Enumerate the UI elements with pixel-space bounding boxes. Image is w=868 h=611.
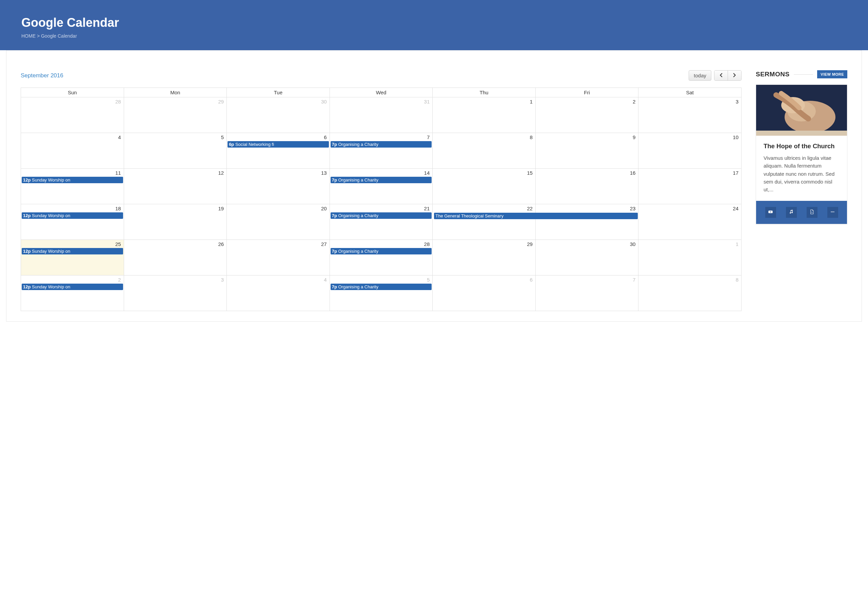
page-header: Google Calendar HOME > Google Calendar xyxy=(0,0,868,50)
calendar-day-cell[interactable]: 3 xyxy=(124,275,227,311)
calendar-day-cell[interactable]: 3 xyxy=(639,97,741,133)
event-title: Sunday Worship on xyxy=(32,177,70,182)
sermon-actions xyxy=(756,201,847,224)
event-title: Sunday Worship on xyxy=(32,284,70,289)
breadcrumb-home[interactable]: HOME xyxy=(22,33,36,39)
calendar-day-cell[interactable]: 1812p Sunday Worship on xyxy=(21,204,124,240)
event-title: The General Theological Seminary xyxy=(436,213,504,218)
calendar-day-cell[interactable]: 24 xyxy=(639,204,741,240)
calendar-day-cell[interactable]: 66p Social Networking fi xyxy=(227,133,330,169)
file-pdf-icon xyxy=(809,209,814,216)
calendar-day-cell[interactable]: 1112p Sunday Worship on xyxy=(21,169,124,204)
sermon-image[interactable] xyxy=(756,85,847,136)
calendar-day-cell[interactable]: 1 xyxy=(432,97,536,133)
calendar-day-cell[interactable]: 212p Sunday Worship on xyxy=(21,275,124,311)
event-time: 7p xyxy=(332,177,337,182)
calendar-day-number: 28 xyxy=(21,97,124,105)
pdf-button[interactable] xyxy=(807,207,817,218)
calendar-grid: SunMonTueWedThuFriSat 282930311234566p S… xyxy=(21,87,741,311)
calendar-day-cell[interactable]: 19 xyxy=(124,204,227,240)
calendar-day-number: 30 xyxy=(536,240,639,248)
calendar-day-cell[interactable]: 7 xyxy=(535,275,639,311)
calendar-event[interactable]: 7p Organising a Charity xyxy=(330,248,432,255)
calendar-day-cell[interactable]: 57p Organising a Charity xyxy=(330,275,432,311)
calendar-event[interactable]: 12p Sunday Worship on xyxy=(22,284,123,290)
calendar-day-cell[interactable]: 8 xyxy=(432,133,536,169)
calendar-day-cell[interactable]: 12 xyxy=(124,169,227,204)
calendar-event[interactable]: 7p Organising a Charity xyxy=(330,141,432,148)
next-month-button[interactable] xyxy=(728,71,741,81)
calendar-day-number: 15 xyxy=(432,169,535,176)
calendar-event[interactable]: 7p Organising a Charity xyxy=(330,212,432,219)
view-more-button[interactable]: VIEW MORE xyxy=(817,70,847,78)
calendar-day-cell[interactable]: 147p Organising a Charity xyxy=(330,169,432,204)
calendar-day-cell[interactable]: 287p Organising a Charity xyxy=(330,240,432,275)
calendar-day-cell[interactable]: 29 xyxy=(124,97,227,133)
calendar-day-header: Sat xyxy=(639,88,741,97)
calendar-event[interactable]: 7p Organising a Charity xyxy=(330,177,432,183)
breadcrumb: HOME > Google Calendar xyxy=(22,33,846,39)
calendar-event[interactable]: The General Theological Seminary xyxy=(434,213,638,219)
calendar-day-cell[interactable]: 30 xyxy=(535,240,639,275)
calendar-day-cell[interactable]: 2 xyxy=(535,97,639,133)
calendar-day-number: 30 xyxy=(227,97,330,105)
calendar-day-cell[interactable]: 30 xyxy=(227,97,330,133)
calendar-day-number: 6 xyxy=(227,133,330,141)
calendar-day-number: 9 xyxy=(536,133,639,141)
more-button[interactable] xyxy=(827,207,838,218)
sermon-title[interactable]: The Hope of the Church xyxy=(764,143,840,150)
svg-point-6 xyxy=(831,211,832,212)
calendar-day-cell[interactable]: 27 xyxy=(227,240,330,275)
today-button[interactable]: today xyxy=(689,70,711,81)
event-time: 12p xyxy=(23,249,31,254)
calendar-day-cell[interactable]: 20 xyxy=(227,204,330,240)
calendar-day-cell[interactable]: 5 xyxy=(124,133,227,169)
calendar-day-number: 10 xyxy=(639,133,741,141)
calendar-day-cell[interactable]: 16 xyxy=(535,169,639,204)
calendar-day-number: 26 xyxy=(124,240,227,248)
sermon-excerpt: Vivamus ultrices in ligula vitae aliquam… xyxy=(764,154,840,193)
calendar-day-number: 13 xyxy=(227,169,330,176)
calendar-day-cell[interactable]: 9 xyxy=(535,133,639,169)
calendar-day-cell[interactable]: 77p Organising a Charity xyxy=(330,133,432,169)
event-title: Organising a Charity xyxy=(338,249,378,254)
calendar-day-cell[interactable]: 2512p Sunday Worship on xyxy=(21,240,124,275)
calendar-day-cell[interactable]: 217p Organising a Charity xyxy=(330,204,432,240)
calendar-day-cell[interactable]: 17 xyxy=(639,169,741,204)
calendar-event[interactable]: 12p Sunday Worship on xyxy=(22,177,123,183)
svg-rect-4 xyxy=(756,131,847,136)
calendar-day-cell[interactable]: 29 xyxy=(432,240,536,275)
calendar-day-number: 20 xyxy=(227,204,330,212)
calendar-day-number: 14 xyxy=(330,169,432,176)
calendar-day-cell[interactable]: 26 xyxy=(124,240,227,275)
calendar-day-number: 29 xyxy=(124,97,227,105)
calendar-day-cell[interactable]: 1 xyxy=(639,240,741,275)
svg-point-8 xyxy=(834,211,834,212)
video-button[interactable] xyxy=(765,207,776,218)
calendar-day-cell[interactable]: 13 xyxy=(227,169,330,204)
calendar-day-number: 7 xyxy=(536,275,639,283)
calendar-event[interactable]: 6p Social Networking fi xyxy=(228,141,329,148)
calendar-day-cell[interactable]: 4 xyxy=(227,275,330,311)
calendar-day-cell[interactable]: 6 xyxy=(432,275,536,311)
calendar-day-number: 4 xyxy=(227,275,330,283)
calendar-day-cell[interactable]: 23 xyxy=(535,204,639,240)
calendar-event[interactable]: 12p Sunday Worship on xyxy=(22,212,123,219)
calendar-day-cell[interactable]: 4 xyxy=(21,133,124,169)
calendar-event[interactable]: 7p Organising a Charity xyxy=(330,284,432,290)
calendar-event[interactable]: 12p Sunday Worship on xyxy=(22,248,123,255)
audio-button[interactable] xyxy=(786,207,797,218)
calendar-day-cell[interactable]: 8 xyxy=(639,275,741,311)
calendar-day-cell[interactable]: 10 xyxy=(639,133,741,169)
event-title: Organising a Charity xyxy=(338,284,378,289)
breadcrumb-sep: > xyxy=(37,33,40,39)
calendar-day-cell[interactable]: 22The General Theological Seminary xyxy=(432,204,536,240)
event-time: 7p xyxy=(332,213,337,218)
calendar-day-cell[interactable]: 28 xyxy=(21,97,124,133)
prev-month-button[interactable] xyxy=(715,71,728,81)
event-title: Organising a Charity xyxy=(338,177,378,182)
video-icon xyxy=(768,209,773,216)
calendar-day-number: 28 xyxy=(330,240,432,248)
calendar-day-cell[interactable]: 31 xyxy=(330,97,432,133)
calendar-day-cell[interactable]: 15 xyxy=(432,169,536,204)
